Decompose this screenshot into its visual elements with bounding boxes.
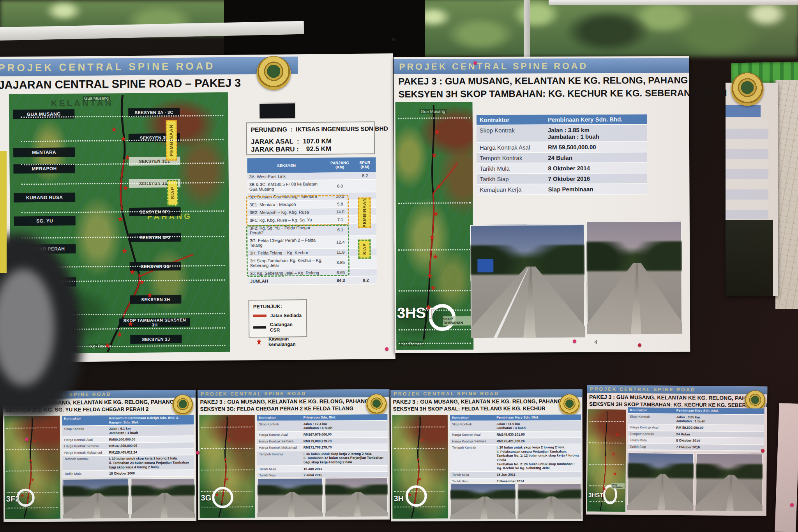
table-row: Harga Kontrak MuktamadRM171,708,279.70 — [257, 444, 388, 451]
table-row: Tarikh Siap2 Julai 2015 — [257, 472, 388, 477]
row-label: Tarikh Mula — [477, 163, 545, 173]
table-row: Harga Kontrak AsalRM 59,500,000.00 — [477, 142, 647, 153]
poster-seksyen-3h-skop-asal: PROJEK CENTRAL SPINE ROAD PAKEJ 3 : GUA … — [390, 389, 583, 521]
map-section-label: SEKSYEN 3J — [130, 335, 182, 344]
row-label: Kontraktor — [257, 415, 302, 421]
row-label: Tarikh Mula — [257, 466, 302, 472]
table-row: Harga Kontrak AsalRM167,979,000.00 — [257, 431, 388, 438]
row-label: Harga Kontrak Muktamad — [257, 445, 302, 451]
push-pin — [25, 438, 28, 441]
csr-seal-logo — [256, 56, 291, 90]
row-value: Siap Pembinaan — [545, 184, 648, 194]
header-seksyen: SEKSYEN — [247, 158, 326, 173]
row-label: Kontraktor — [450, 415, 495, 421]
engineering-map-sheet — [775, 80, 798, 309]
bottom-right-sheet — [775, 403, 798, 532]
table-row: Skop KontrakJalan : 3.85 km Jambatan : 1… — [477, 125, 647, 143]
road-photo-left — [62, 478, 129, 518]
route-lines — [4, 416, 60, 519]
mini-alignment-map: 3F2 — [4, 416, 60, 519]
contract-info-table: KontraktorPembinaan Kery Sdn. Bhd.Skop K… — [450, 414, 582, 482]
push-pin — [573, 339, 576, 343]
row-value: Jalan : 3.85 km Jambatan : 1 buah — [674, 414, 764, 425]
banner-text: PROJEK CENTRAL SPINE ROAD — [399, 60, 588, 72]
row-label: Harga Kontrak Asal — [62, 437, 107, 442]
row-label: Skop Kontrak — [628, 414, 674, 424]
row-label: Skop Kontrak — [257, 421, 302, 431]
seksyen-cell: 8.2 — [354, 173, 376, 178]
road-photo-right — [517, 483, 581, 519]
seksyen-table-header: SEKSYEN PANJANG (KM) SPUR (KM) — [247, 157, 376, 173]
page-title: JAJARAN CENTRAL SPINE ROAD – PAKEJ 3 — [0, 76, 241, 91]
table-row: Tempoh Kontraki. 30 bulan untuk skop ker… — [450, 444, 581, 472]
mini-alignment-map: 3G — [200, 415, 255, 518]
row-value: 7 Oktober 2016 — [545, 173, 647, 184]
poster-seksyen-3h-skop-tambahan: PROJEK CENTRAL SPINE ROAD PAKEJ 3 : GUA … — [394, 56, 690, 353]
row-value: Jalan : 12.4 km Jambatan : 6 buah — [302, 421, 388, 431]
person-silhouette — [0, 234, 90, 417]
frame-sliver-top-right — [549, 0, 798, 5]
road-photo-right — [696, 453, 763, 511]
road-photo-right — [131, 478, 195, 518]
town-label-gua-musang: Gua Musang — [83, 95, 110, 101]
table-row: Tempoh Kontraki. 30 bulan untuk skop ker… — [62, 456, 194, 471]
push-pin — [385, 347, 388, 351]
row-label: Kemajuan Kerja — [628, 450, 674, 452]
row-label: Harga Kontrak Asal — [450, 432, 495, 438]
push-pin — [196, 451, 200, 454]
section-badge: 3H — [394, 494, 404, 503]
pembinaan-group-outline — [246, 195, 349, 226]
row-value: 24 Bulan — [545, 152, 647, 163]
table-tab-siap: SIAP — [358, 240, 371, 259]
row-value: RM148,630,101.90 — [494, 431, 581, 437]
row-value: RM167,979,000.00 — [302, 431, 388, 438]
table-row: Tarikh Mula15 Jun 2011 — [257, 466, 388, 473]
section-badge: 3HST — [588, 491, 603, 498]
road-photo-left — [257, 478, 323, 517]
seksyen-row: JUMLAH84.38.2 — [248, 276, 377, 285]
map-section-label: SKOP TAMBAHAN SEKSYEN 3H — [119, 318, 190, 327]
route-lines — [200, 415, 255, 518]
legend-accident-swatch — [256, 338, 261, 345]
row-value: Jalan : 3.85 km Jambatan : 1 buah — [545, 125, 647, 141]
row-value: i. 30 bulan untuk skop kerja 2 lorong 2 … — [494, 444, 581, 471]
table-row: Skop KontrakJalan : 11.9 km Jambatan : 3… — [450, 421, 581, 432]
road-photo-right — [325, 477, 388, 517]
header-spur: SPUR (KM) — [354, 157, 376, 172]
row-value: 15 Jun 2011 — [302, 466, 388, 472]
page-number: 4 — [594, 339, 597, 345]
jarak-baru-line: JARAK BARU : 92.5 KM — [251, 145, 370, 154]
table-row: Tarikh Siap7 November 2014 — [450, 478, 581, 482]
csr-seal-logo — [172, 394, 193, 415]
push-pin — [790, 503, 794, 507]
section-badge: 3F2 — [6, 494, 20, 503]
row-value: 8 Oktober 2014 — [545, 163, 647, 173]
table-header-row: KontraktorPrimercon Sdn. Bhd. — [257, 414, 388, 421]
row-value: RM176,421,308.26 — [494, 438, 581, 444]
banner-text: PROJEK CENTRAL SPINE ROAD — [590, 386, 696, 392]
table-row: Harga Kontrak AsalRM148,630,101.90 — [450, 431, 581, 438]
seksyen-cell: 84.3 — [327, 278, 355, 283]
csr-seal-logo — [731, 72, 764, 106]
road-photo-left — [450, 483, 516, 520]
row-value: i. 30 bulan untuk skop kerja 2 lorong 2 … — [107, 456, 194, 470]
banner-text: PROJEK CENTRAL SPINE ROAD — [0, 60, 215, 74]
frame-strut — [524, 0, 530, 59]
row-label: Tarikh Siap — [477, 174, 545, 184]
table-row: Harga Kontrak SemasaRM179,808,279.70 — [257, 438, 388, 445]
row-label: Harga Kontrak Asal — [257, 432, 302, 438]
yellow-sheet-edge — [0, 151, 7, 273]
seksyen-cell: 3B & 3C: KM180.5 FT08 ke Bulatan Gua Mus… — [247, 180, 326, 193]
row-label: Tarikh Mula — [62, 471, 107, 477]
row-label: Tempoh Kontrak — [450, 445, 495, 471]
row-value: RM 59,500,000.00 — [545, 142, 647, 152]
row-value: RM171,708,279.70 — [302, 444, 388, 451]
town-label-gua-musang: Gua Musang — [420, 109, 447, 113]
map-town-label: SG. YU — [14, 216, 76, 226]
poster-title-line1: PAKEJ 3 : GUA MUSANG, KELANTAN KE KG. RE… — [589, 394, 758, 401]
perunding-box: PERUNDING : IKTISAS INGENIEURS SDN BHD J… — [246, 121, 375, 155]
table-row: Kemajuan KerjaSiap Pembinaan — [477, 184, 647, 195]
map-town-label: KUBANG RUSA — [14, 193, 75, 202]
row-value: 15 Jun 2011 — [495, 472, 581, 477]
row-value: RM 59,500,000.00 — [674, 425, 764, 431]
